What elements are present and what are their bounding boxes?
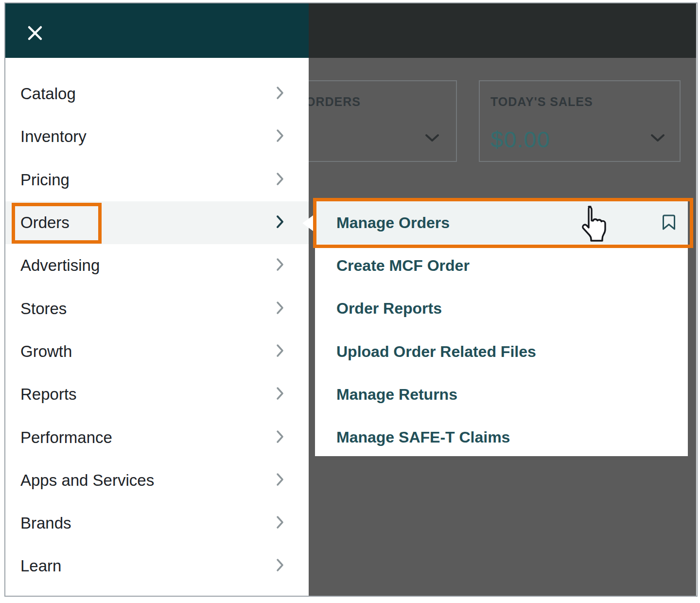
- orders-submenu-list: Manage Orders Create MCF Order Order Rep…: [315, 199, 688, 459]
- chevron-right-icon: [276, 558, 284, 574]
- orders-submenu-panel: Manage Orders Create MCF Order Order Rep…: [315, 199, 688, 456]
- sidebar-item-reports[interactable]: Reports: [5, 373, 309, 416]
- sidebar-item-apps-and-services[interactable]: Apps and Services: [5, 459, 309, 502]
- sidebar-item-performance[interactable]: Performance: [5, 416, 309, 459]
- sidebar-item-stores[interactable]: Stores: [5, 287, 309, 330]
- chevron-right-icon: [276, 86, 284, 102]
- sidebar-item-growth[interactable]: Growth: [5, 330, 309, 373]
- top-navigation-bar-dimmed: [309, 3, 696, 58]
- main-menu-panel: Catalog Inventory Pricing Orders Adverti…: [5, 58, 309, 596]
- sidebar-item-learn[interactable]: Learn: [5, 545, 309, 587]
- sidebar-item-brands[interactable]: Brands: [5, 502, 309, 545]
- chevron-down-icon[interactable]: [650, 134, 665, 144]
- sidebar-item-advertising[interactable]: Advertising: [5, 244, 309, 287]
- orders-card-label: ORDERS: [306, 95, 361, 109]
- chevron-right-icon: [276, 430, 284, 445]
- submenu-item-create-mcf-order[interactable]: Create MCF Order: [315, 244, 688, 287]
- submenu-item-order-reports[interactable]: Order Reports: [315, 287, 688, 330]
- chevron-right-icon: [276, 301, 284, 317]
- chevron-right-icon: [276, 215, 284, 231]
- seller-central-menu-screenshot: ORDERS TODAY'S SALES $0.00 Catalog Inv: [0, 0, 700, 603]
- sidebar-item-orders[interactable]: Orders: [5, 201, 309, 244]
- chevron-right-icon: [276, 129, 284, 144]
- sidebar-item-inventory[interactable]: Inventory: [5, 115, 309, 158]
- sidebar-item-catalog[interactable]: Catalog: [5, 72, 309, 115]
- submenu-item-manage-safe-t-claims[interactable]: Manage SAFE-T Claims: [315, 416, 688, 459]
- main-menu-list: Catalog Inventory Pricing Orders Adverti…: [5, 58, 309, 588]
- flyout-arrow: [302, 214, 315, 232]
- chevron-right-icon: [276, 172, 284, 188]
- chevron-right-icon: [276, 473, 284, 488]
- chevron-right-icon: [276, 344, 284, 359]
- chevron-right-icon: [276, 258, 284, 273]
- submenu-item-manage-returns[interactable]: Manage Returns: [315, 373, 688, 416]
- todays-sales-value: $0.00: [490, 126, 550, 153]
- chevron-right-icon: [276, 387, 284, 402]
- close-icon[interactable]: [26, 24, 44, 42]
- chevron-down-icon[interactable]: [425, 134, 439, 144]
- submenu-item-manage-orders[interactable]: Manage Orders: [315, 201, 688, 244]
- sidebar-item-pricing[interactable]: Pricing: [5, 159, 309, 201]
- submenu-item-upload-order-related-files[interactable]: Upload Order Related Files: [315, 330, 688, 373]
- bookmark-icon[interactable]: [662, 214, 676, 231]
- todays-sales-card: TODAY'S SALES $0.00: [479, 80, 681, 162]
- chevron-right-icon: [276, 515, 284, 531]
- todays-sales-label: TODAY'S SALES: [490, 95, 593, 109]
- menu-header-bar: [5, 3, 309, 58]
- orders-summary-card: ORDERS: [292, 80, 457, 162]
